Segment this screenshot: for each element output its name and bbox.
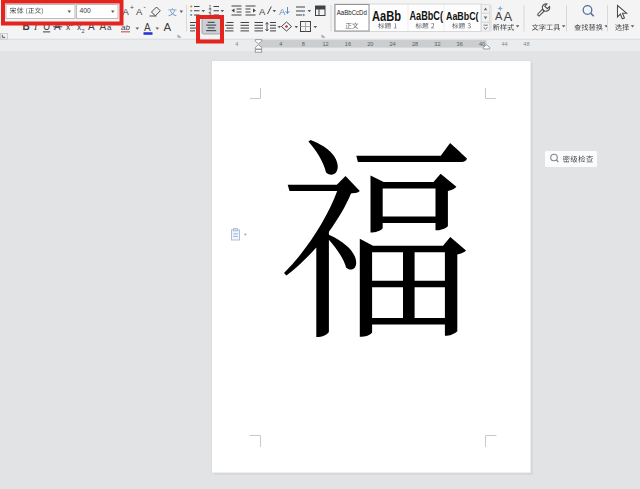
svg-text:16: 16 <box>345 41 351 47</box>
svg-text:4: 4 <box>279 41 282 47</box>
svg-text:28: 28 <box>412 41 418 47</box>
svg-text:4: 4 <box>235 41 238 47</box>
svg-text:44: 44 <box>501 41 507 47</box>
svg-text:A: A <box>136 6 143 17</box>
svg-text:AaBbCcDd: AaBbCcDd <box>337 8 367 17</box>
svg-text:12: 12 <box>322 41 328 47</box>
svg-text:400: 400 <box>80 7 92 14</box>
svg-text:36: 36 <box>457 41 463 47</box>
svg-text:24: 24 <box>389 41 395 47</box>
svg-text:A: A <box>259 6 266 17</box>
svg-text:A: A <box>144 22 151 33</box>
svg-text:A: A <box>495 10 503 22</box>
svg-text:8: 8 <box>302 41 305 47</box>
svg-text:AaBbC(: AaBbC( <box>446 10 479 22</box>
svg-text:32: 32 <box>434 41 440 47</box>
svg-text:48: 48 <box>523 41 529 47</box>
svg-text:A: A <box>279 6 286 17</box>
svg-text:A: A <box>504 9 513 24</box>
svg-text:AaBb: AaBb <box>372 7 401 24</box>
svg-text:A: A <box>123 6 130 17</box>
svg-text:20: 20 <box>367 41 373 47</box>
svg-text:AaBbC(: AaBbC( <box>410 9 444 23</box>
svg-text:A: A <box>164 21 172 33</box>
svg-text:-: - <box>144 3 146 10</box>
svg-text:2: 2 <box>82 28 85 34</box>
svg-text:+: + <box>130 4 134 11</box>
svg-text:40: 40 <box>479 41 485 47</box>
